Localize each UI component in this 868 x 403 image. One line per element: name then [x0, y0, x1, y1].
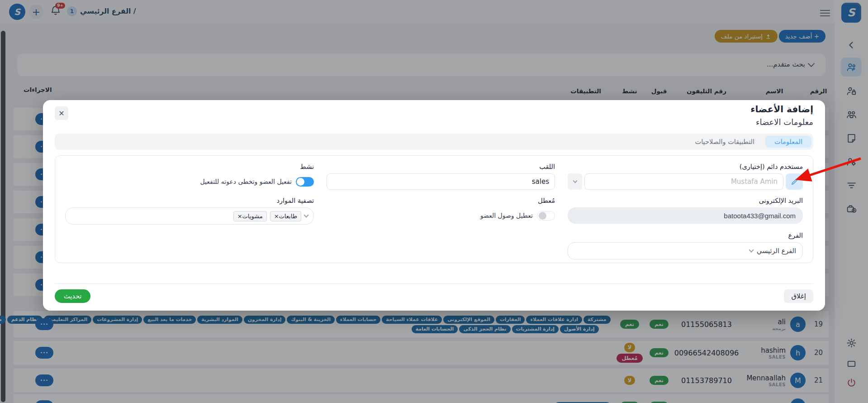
- modal-tabs: المعلومات التطبيقات والصلاحيات: [55, 134, 813, 150]
- title-input[interactable]: [327, 173, 555, 190]
- add-members-modal: ✕ إضافة الأعضاء معلومات الاعضاء المعلوما…: [43, 100, 825, 311]
- resource-filter-multiselect[interactable]: طابعات×مشويات×: [65, 207, 314, 225]
- active-label: نشط: [65, 163, 314, 170]
- resource-filter-label: تصفية الموارد: [65, 197, 314, 204]
- member-info-form: مستخدم دائم (إختيارى) اللقب نشط تفعيل ال…: [55, 155, 813, 263]
- tab-information[interactable]: المعلومات: [765, 136, 811, 148]
- field-permanent-user: مستخدم دائم (إختيارى): [568, 163, 803, 190]
- close-icon[interactable]: ✕: [55, 106, 68, 120]
- resource-tag-chip[interactable]: مشويات×: [233, 211, 267, 221]
- close-button[interactable]: إغلاق: [784, 289, 813, 303]
- chevron-down-icon: [304, 212, 308, 217]
- active-toggle-label: تفعيل العضو وتخطى دعوته للتفعيل: [200, 178, 292, 185]
- permanent-user-label: مستخدم دائم (إختيارى): [568, 163, 803, 170]
- email-field: [568, 207, 803, 224]
- disable-access-toggle-label: تعطيل وصول العضو: [480, 212, 533, 219]
- footer-divider: [55, 283, 813, 284]
- branch-select[interactable]: الفرع الرئيسي: [568, 242, 803, 259]
- field-title: اللقب: [327, 163, 555, 190]
- resource-tag-chip[interactable]: طابعات×: [270, 211, 301, 221]
- disabled-label: مُعطل: [327, 197, 555, 204]
- chevron-down-icon: [749, 247, 754, 252]
- modal-subtitle: معلومات الاعضاء: [756, 117, 813, 127]
- update-button[interactable]: تحديث: [55, 289, 90, 303]
- branch-selected-value: الفرع الرئيسي: [757, 247, 796, 254]
- email-label: البريد الإلكترونى: [568, 197, 803, 204]
- chevron-down-icon: [573, 178, 577, 183]
- title-label: اللقب: [327, 163, 555, 170]
- modal-title: إضافة الأعضاء: [750, 104, 813, 115]
- resource-filter-tags: طابعات×مشويات×: [233, 211, 301, 221]
- disable-access-toggle[interactable]: [537, 211, 555, 221]
- field-email: البريد الإلكترونى: [568, 197, 803, 225]
- user-dropdown-button[interactable]: [568, 173, 582, 190]
- branch-label: الفرع: [568, 232, 803, 239]
- active-toggle[interactable]: [296, 177, 314, 187]
- field-disabled: مُعطل تعطيل وصول العضو: [327, 197, 555, 225]
- field-resource-filter: تصفية الموارد طابعات×مشويات×: [65, 197, 314, 225]
- permanent-user-input[interactable]: [584, 173, 783, 190]
- annotation-arrow: [785, 153, 865, 187]
- field-branch: الفرع الفرع الرئيسي: [568, 232, 803, 259]
- field-active: نشط تفعيل العضو وتخطى دعوته للتفعيل: [65, 163, 314, 190]
- tab-apps-permissions[interactable]: التطبيقات والصلاحيات: [686, 136, 764, 148]
